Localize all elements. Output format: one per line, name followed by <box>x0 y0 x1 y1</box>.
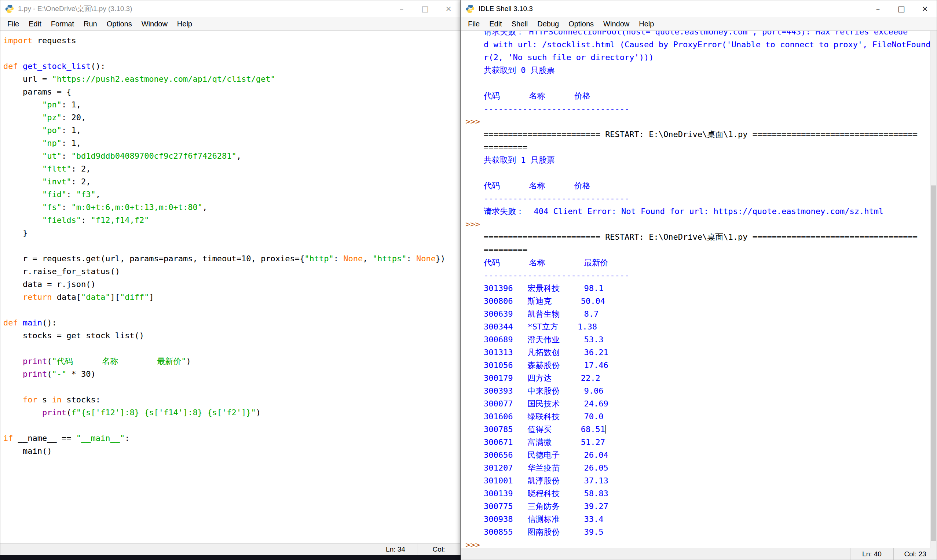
code-line <box>3 419 460 432</box>
shell-statusbar: Ln: 40 Col: 23 <box>461 548 937 560</box>
shell-line-text: r(2, 'No such file or directory'))) <box>484 51 654 64</box>
shell-line-text: 300938 信测标准 33.4 <box>484 513 603 526</box>
code-line: stocks = get_stock_list() <box>3 329 460 342</box>
shell-prompt-gutter <box>462 31 484 38</box>
editor-text-area[interactable]: import requestsdef get_stock_list(): url… <box>0 31 460 543</box>
shell-line: r(2, 'No such file or directory'))) <box>462 51 937 64</box>
shell-line: 300671 富满微 51.27 <box>462 436 937 449</box>
scrollbar-thumb[interactable] <box>931 185 936 541</box>
close-button[interactable]: × <box>913 0 937 17</box>
editor-titlebar[interactable]: 1.py - E:\OneDrive\桌面\1.py (3.10.3) – □ … <box>0 0 460 17</box>
shell-line-text: 301056 森赫股份 17.46 <box>484 359 609 372</box>
shell-line-text: 300639 凯普生物 8.7 <box>484 308 598 320</box>
shell-line-text: 代码 名称 最新价 <box>484 256 608 269</box>
minimize-button[interactable]: – <box>390 0 413 17</box>
code-line: } <box>3 226 460 239</box>
shell-line-text: 300785 值得买 68.51 <box>484 423 606 436</box>
shell-line: ------------------------------ <box>462 102 937 115</box>
shell-prompt-gutter <box>462 51 484 64</box>
code-line: "fields": "f12,f14,f2" <box>3 214 460 226</box>
menu-help[interactable]: Help <box>173 20 197 28</box>
shell-prompt-gutter <box>462 38 484 51</box>
shell-line-text: 共获取到 0 只股票 <box>484 64 555 77</box>
maximize-button[interactable]: □ <box>413 0 437 17</box>
shell-prompt-gutter <box>462 385 484 397</box>
shell-line-text: 请求失败： 404 Client Error: Not Found for ur… <box>484 205 883 218</box>
code-line: return data["data"]["diff"] <box>3 291 460 303</box>
shell-prompt-gutter <box>462 192 484 205</box>
code-line: if __name__ == "__main__": <box>3 432 460 445</box>
editor-statusbar: Ln: 34 Col: <box>0 543 460 555</box>
shell-text-area[interactable]: 请求失败： HTTPSConnectionPool(host='quote.ea… <box>461 31 937 548</box>
menu-run[interactable]: Run <box>79 20 102 28</box>
shell-line-text: ------------------------------ <box>484 102 629 115</box>
shell-prompt-gutter <box>462 449 484 462</box>
shell-output: 请求失败： HTTPSConnectionPool(host='quote.ea… <box>461 31 937 548</box>
python-icon <box>5 4 14 14</box>
shell-line: 请求失败： HTTPSConnectionPool(host='quote.ea… <box>462 31 937 38</box>
editor-window-title: 1.py - E:\OneDrive\桌面\1.py (3.10.3) <box>18 4 133 14</box>
shell-line: 300938 信测标准 33.4 <box>462 513 937 526</box>
shell-line-text: ------------------------------ <box>484 192 629 205</box>
menu-format[interactable]: Format <box>46 20 79 28</box>
shell-line-text: ------------------------------ <box>484 269 629 282</box>
menu-help[interactable]: Help <box>634 20 659 28</box>
code-line: "fid": "f3", <box>3 188 460 201</box>
shell-prompt-gutter <box>462 487 484 500</box>
shell-prompt-gutter <box>462 77 484 89</box>
shell-prompt-gutter <box>462 346 484 359</box>
shell-line: 代码 名称 价格 <box>462 89 937 102</box>
shell-prompt-gutter <box>462 474 484 487</box>
shell-line: ------------------------------ <box>462 269 937 282</box>
shell-scrollbar[interactable] <box>930 31 937 548</box>
shell-line-text: 301396 宏景科技 98.1 <box>484 282 603 295</box>
shell-prompt-gutter <box>462 243 484 256</box>
shell-line: 代码 名称 最新价 <box>462 256 937 269</box>
code-line: "po": 1, <box>3 124 460 137</box>
shell-prompt-gutter <box>462 154 484 166</box>
menu-edit[interactable]: Edit <box>484 20 507 28</box>
close-button[interactable]: × <box>437 0 460 17</box>
maximize-button[interactable]: □ <box>890 0 913 17</box>
code-line: print(f"{s['f12']:8} {s['f14']:8} {s['f2… <box>3 406 460 419</box>
shell-prompt: >>> <box>462 218 484 231</box>
shell-line-text: 300775 三角防务 39.27 <box>484 500 609 513</box>
minimize-button[interactable]: – <box>866 0 890 17</box>
shell-line: 301313 凡拓数创 36.21 <box>462 346 937 359</box>
code-line: main() <box>3 445 460 457</box>
menu-window[interactable]: Window <box>598 20 634 28</box>
shell-line: 300139 晓程科技 58.83 <box>462 487 937 500</box>
shell-line: ------------------------------ <box>462 192 937 205</box>
menu-shell[interactable]: Shell <box>507 20 533 28</box>
shell-line-text: 301606 绿联科技 70.0 <box>484 410 603 423</box>
menu-window[interactable]: Window <box>137 20 173 28</box>
shell-prompt-gutter <box>462 500 484 513</box>
shell-line: ========= <box>462 141 937 154</box>
shell-line: 300639 凯普生物 8.7 <box>462 308 937 320</box>
shell-prompt-gutter <box>462 410 484 423</box>
menu-options[interactable]: Options <box>102 20 137 28</box>
shell-line: 300393 中来股份 9.06 <box>462 385 937 397</box>
shell-line: 300689 澄天伟业 53.3 <box>462 333 937 346</box>
shell-prompt-gutter <box>462 179 484 192</box>
code-line: import requests <box>3 34 460 47</box>
menu-options[interactable]: Options <box>564 20 598 28</box>
shell-line-text: 300393 中来股份 9.06 <box>484 385 603 397</box>
shell-line-text: 301313 凡拓数创 36.21 <box>484 346 609 359</box>
code-line: "ut": "bd1d9ddb04089700cf9c27f6f7426281"… <box>3 149 460 162</box>
editor-window-controls: – □ × <box>390 0 460 17</box>
code-line: "pz": 20, <box>3 111 460 124</box>
shell-prompt-gutter <box>462 513 484 526</box>
menu-file[interactable]: File <box>3 20 24 28</box>
shell-prompt-gutter <box>462 64 484 77</box>
shell-status-line: Ln: 40 <box>850 548 893 560</box>
shell-line-text: 300656 民德电子 26.04 <box>484 449 609 462</box>
shell-line: 301001 凯淳股份 37.13 <box>462 474 937 487</box>
menu-edit[interactable]: Edit <box>24 20 46 28</box>
shell-line: ======================== RESTART: E:\One… <box>462 231 937 243</box>
menu-file[interactable]: File <box>463 20 484 28</box>
code-line: def get_stock_list(): <box>3 60 460 72</box>
shell-line-text: 代码 名称 价格 <box>484 179 590 192</box>
shell-titlebar[interactable]: IDLE Shell 3.10.3 – □ × <box>461 0 937 17</box>
menu-debug[interactable]: Debug <box>533 20 564 28</box>
